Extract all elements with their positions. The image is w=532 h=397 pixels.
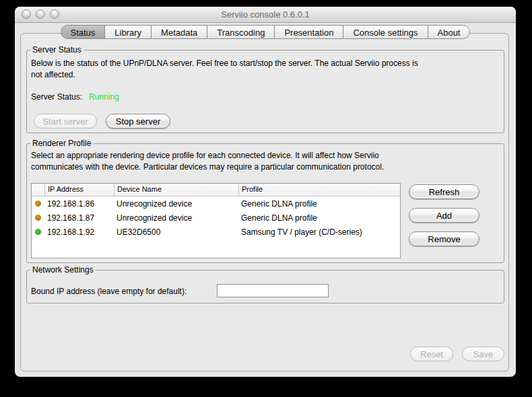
profile-column-header: Profile	[238, 184, 400, 196]
table-row[interactable]: 192.168.1.87 Unrecognized device Generic…	[32, 211, 400, 225]
server-status-description: Below is the status of the UPnP/DLNA ser…	[31, 58, 418, 81]
network-settings-group-title: Network Settings	[30, 265, 96, 275]
server-status-row: Server Status: Running	[31, 92, 119, 102]
server-status-group: Server Status Below is the status of the…	[26, 50, 504, 133]
status-column-header	[32, 184, 44, 196]
tab-presentation[interactable]: Presentation	[274, 25, 343, 39]
tab-console-settings[interactable]: Console settings	[343, 25, 428, 39]
row-device: Unrecognized device	[114, 213, 238, 223]
refresh-button[interactable]: Refresh	[409, 184, 479, 199]
window-title: Serviio console 0.6.0.1	[15, 7, 516, 22]
tab-library[interactable]: Library	[104, 25, 152, 39]
status-dot	[35, 215, 41, 221]
titlebar: Serviio console 0.6.0.1	[15, 7, 516, 23]
renderer-profile-description: Select an appropriate rendering device p…	[31, 150, 384, 173]
tab-bar: Status Library Metadata Transcoding Pres…	[15, 25, 516, 39]
row-ip: 192.168.1.92	[44, 227, 114, 237]
app-window: Serviio console 0.6.0.1 Status Library M…	[15, 7, 516, 377]
table-row[interactable]: 192.168.1.86 Unrecognized device Generic…	[32, 196, 400, 211]
bound-ip-input[interactable]	[217, 284, 329, 297]
server-status-value: Running	[89, 92, 119, 102]
row-device: Unrecognized device	[114, 199, 238, 209]
renderer-table: IP Address Device Name Profile 192.168.1…	[31, 183, 401, 258]
ip-column-header: IP Address	[44, 184, 114, 196]
content-panel: Server Status Below is the status of the…	[20, 33, 509, 371]
tab-metadata[interactable]: Metadata	[151, 25, 207, 39]
start-server-button[interactable]: Start server	[34, 114, 97, 129]
row-profile: Generic DLNA profile	[238, 213, 400, 223]
network-settings-group: Network Settings Bound IP address (leave…	[26, 270, 504, 303]
bound-ip-label: Bound IP address (leave empty for defaul…	[31, 287, 187, 296]
table-row[interactable]: 192.168.1.92 UE32D6500 Samsung TV / play…	[32, 225, 400, 239]
row-ip: 192.168.1.87	[44, 213, 114, 223]
renderer-profile-group-title: Renderer Profile	[30, 139, 93, 148]
row-profile: Generic DLNA profile	[238, 199, 400, 209]
tab-about[interactable]: About	[428, 25, 471, 39]
stop-server-button[interactable]: Stop server	[106, 114, 170, 129]
remove-button[interactable]: Remove	[409, 231, 479, 246]
reset-button[interactable]: Reset	[410, 347, 453, 361]
renderer-profile-group: Renderer Profile Select an appropriate r…	[26, 143, 504, 263]
status-dot	[35, 201, 41, 207]
tab-status[interactable]: Status	[61, 25, 106, 39]
device-column-header: Device Name	[114, 184, 238, 196]
renderer-table-header: IP Address Device Name Profile	[32, 184, 400, 196]
tab-transcoding[interactable]: Transcoding	[207, 25, 275, 39]
status-dot	[35, 229, 41, 235]
row-device: UE32D6500	[114, 227, 238, 237]
add-button[interactable]: Add	[409, 208, 479, 223]
row-profile: Samsung TV / player (C/D-series)	[238, 227, 400, 237]
server-status-label: Server Status:	[31, 92, 82, 102]
row-ip: 192.168.1.86	[44, 199, 114, 209]
server-status-group-title: Server Status	[30, 45, 84, 55]
save-button[interactable]: Save	[462, 347, 504, 361]
